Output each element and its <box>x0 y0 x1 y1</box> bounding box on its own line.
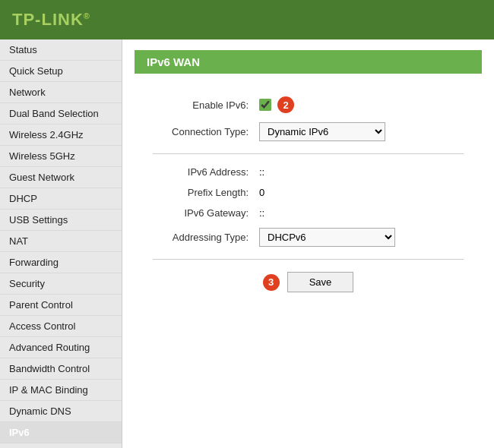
enable-ipv6-label: Enable IPv6: <box>138 99 259 111</box>
sidebar-item-dual-band[interactable]: Dual Band Selection <box>0 103 122 125</box>
ipv6-gateway-label: IPv6 Gateway: <box>138 207 259 219</box>
layout: StatusQuick SetupNetworkDual Band Select… <box>0 39 494 448</box>
sidebar-item-advanced-routing[interactable]: Advanced Routing <box>0 337 122 358</box>
ipv6-address-row: IPv6 Address: :: <box>138 166 479 178</box>
prefix-length-text: 0 <box>259 187 264 198</box>
sidebar-item-wireless-24[interactable]: Wireless 2.4GHz <box>0 125 122 146</box>
sidebar: StatusQuick SetupNetworkDual Band Select… <box>0 39 122 448</box>
addressing-type-row: Addressing Type: DHCPv6SLAAC+RDNSSSLAAC+… <box>138 228 479 247</box>
sidebar-item-ip-mac-binding[interactable]: IP & MAC Binding <box>0 380 122 401</box>
sidebar-item-dhcp[interactable]: DHCP <box>0 188 122 210</box>
sidebar-item-quick-setup[interactable]: Quick Setup <box>0 61 122 82</box>
ipv6-gateway-value: :: <box>259 207 264 219</box>
save-button[interactable]: Save <box>287 272 354 292</box>
ipv6-address-text: :: <box>259 166 264 178</box>
logo-text: TP-LINK <box>12 10 84 29</box>
prefix-length-row: Prefix Length: 0 <box>138 187 479 198</box>
logo: TP-LINK® <box>12 10 90 30</box>
addressing-type-label: Addressing Type: <box>138 232 259 243</box>
badge-3: 3 <box>263 274 280 291</box>
sidebar-item-security[interactable]: Security <box>0 273 122 295</box>
prefix-length-value: 0 <box>259 187 264 198</box>
sidebar-item-parent-control[interactable]: Parent Control <box>0 295 122 316</box>
sidebar-item-ipv6[interactable]: IPv6 <box>0 422 122 443</box>
connection-type-value: Dynamic IPv6Static IPv6PPPoEv6Tunnel 6to… <box>259 122 385 141</box>
section-title: IPv6 WAN <box>135 50 482 74</box>
ipv6-gateway-text: :: <box>259 207 264 219</box>
sidebar-item-usb-settings[interactable]: USB Settings <box>0 210 122 231</box>
connection-type-label: Connection Type: <box>138 126 259 137</box>
addressing-type-value: DHCPv6SLAAC+RDNSSSLAAC+Stateless DHCP <box>259 228 395 247</box>
connection-type-row: Connection Type: Dynamic IPv6Static IPv6… <box>138 122 479 141</box>
divider-1 <box>153 153 464 154</box>
ipv6-gateway-row: IPv6 Gateway: :: <box>138 207 479 219</box>
sidebar-item-dynamic-dns[interactable]: Dynamic DNS <box>0 401 122 422</box>
sidebar-item-nat[interactable]: NAT <box>0 231 122 252</box>
save-row: 3 Save <box>138 272 479 292</box>
ipv6-address-value: :: <box>259 166 264 178</box>
logo-reg: ® <box>84 11 90 21</box>
sidebar-item-network[interactable]: Network <box>0 82 122 103</box>
sidebar-item-forwarding[interactable]: Forwarding <box>0 252 122 273</box>
ipv6-address-label: IPv6 Address: <box>138 166 259 178</box>
enable-ipv6-checkbox[interactable] <box>259 99 271 111</box>
form-area: Enable IPv6: 2 Connection Type: Dynamic … <box>122 89 494 308</box>
prefix-length-label: Prefix Length: <box>138 187 259 198</box>
sidebar-item-bandwidth-control[interactable]: Bandwidth Control <box>0 358 122 380</box>
sidebar-item-status[interactable]: Status <box>0 39 122 61</box>
sidebar-item-wireless-5[interactable]: Wireless 5GHz <box>0 146 122 167</box>
header: TP-LINK® <box>0 0 494 39</box>
connection-type-select[interactable]: Dynamic IPv6Static IPv6PPPoEv6Tunnel 6to… <box>259 122 385 141</box>
sidebar-item-guest-network[interactable]: Guest Network <box>0 167 122 188</box>
sidebar-item-access-control[interactable]: Access Control <box>0 316 122 337</box>
main-content: IPv6 WAN Enable IPv6: 2 Connection Type:… <box>122 39 494 448</box>
enable-ipv6-row: Enable IPv6: 2 <box>138 96 479 113</box>
enable-ipv6-value: 2 <box>259 96 294 113</box>
addressing-type-select[interactable]: DHCPv6SLAAC+RDNSSSLAAC+Stateless DHCP <box>259 228 395 247</box>
sidebar-item-ipv6-status[interactable]: - IPv6 Status <box>0 443 122 448</box>
badge-2: 2 <box>277 96 294 113</box>
divider-2 <box>153 259 464 260</box>
